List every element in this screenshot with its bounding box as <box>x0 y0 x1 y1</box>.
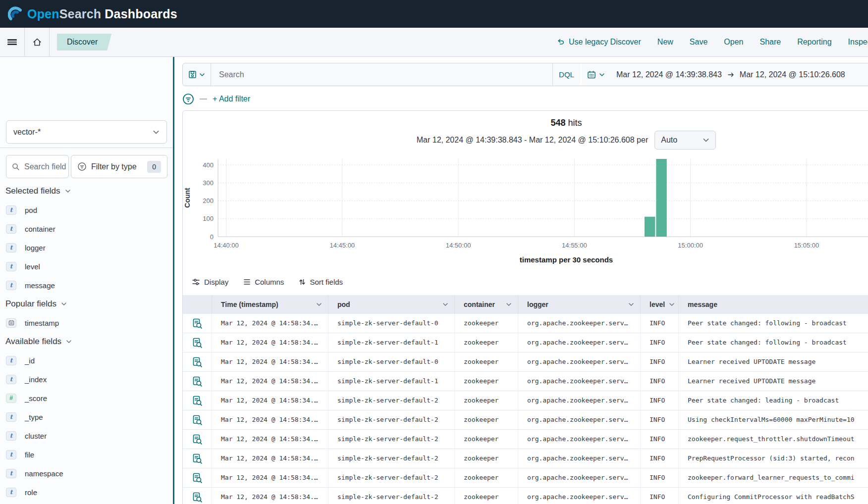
section-available-fields[interactable]: Available fields <box>0 332 173 351</box>
y-tick-label: 0 <box>210 233 214 241</box>
date-picker-button[interactable] <box>582 63 610 86</box>
divider <box>49 28 50 56</box>
filter-icon <box>77 162 87 171</box>
breadcrumb[interactable]: Discover <box>57 34 111 50</box>
search-input[interactable]: Search <box>211 63 552 86</box>
table-row: Mar 12, 2024 @ 14:58:34.…simple-zk-serve… <box>183 488 868 504</box>
menu-icon[interactable] <box>0 28 24 56</box>
cell-message: Learner received UPTODATE message <box>679 372 868 391</box>
add-filter-button[interactable]: + Add filter <box>213 95 250 103</box>
column-header-logger[interactable]: logger <box>518 295 641 314</box>
column-header-pod[interactable]: pod <box>328 295 455 314</box>
field-level[interactable]: tlevel <box>0 257 173 276</box>
text-field-icon: t <box>6 205 16 215</box>
query-bar: Search DQL Mar 12, 2024 @ 14:39:38.843 M… <box>182 63 868 86</box>
text-field-icon: t <box>6 243 16 252</box>
field-id[interactable]: t_id <box>0 351 173 370</box>
column-header-message[interactable]: message <box>679 295 868 314</box>
field-message[interactable]: tmessage <box>0 276 173 295</box>
field-timestamp[interactable]: timestamp <box>0 313 173 332</box>
expand-document-icon[interactable] <box>193 415 202 425</box>
section-popular-fields[interactable]: Popular fields <box>0 295 173 313</box>
results-table: Time (timestamp)podcontainerloggerlevelm… <box>183 295 868 504</box>
chart-x-axis-title: timestamp per 30 seconds <box>183 255 868 264</box>
expand-document-icon[interactable] <box>193 376 202 387</box>
cell-container: zookeeper <box>455 410 518 429</box>
field-name: logger <box>25 244 46 252</box>
field-container[interactable]: tcontainer <box>0 219 173 238</box>
date-range[interactable]: Mar 12, 2024 @ 14:39:38.843 Mar 12, 2024… <box>610 63 868 86</box>
expand-document-icon[interactable] <box>193 396 202 406</box>
field-name: timestamp <box>25 319 59 327</box>
results-panel: 548 hits Mar 12, 2024 @ 14:39:38.843 - M… <box>182 110 868 504</box>
cell-level: INFO <box>641 410 679 429</box>
column-header-container[interactable]: container <box>455 295 518 314</box>
field-pod[interactable]: tpod <box>0 201 173 219</box>
cell-time: Mar 12, 2024 @ 14:58:34.… <box>212 468 328 487</box>
index-pattern-select[interactable]: vector-* <box>6 120 167 144</box>
navbar-action-reporting[interactable]: Reporting <box>797 38 831 47</box>
cell-logger: org.apache.zookeeper.serv… <box>518 333 641 352</box>
cell-level: INFO <box>641 488 679 504</box>
filter-by-type-button[interactable]: Filter by type 0 <box>71 155 167 178</box>
navbar-action-save[interactable]: Save <box>690 38 707 47</box>
home-icon[interactable] <box>25 28 49 56</box>
column-header-level[interactable]: level <box>641 295 679 314</box>
expand-document-icon[interactable] <box>193 338 202 348</box>
field-search-input[interactable]: Search field names <box>6 155 69 178</box>
cell-time: Mar 12, 2024 @ 14:58:34.… <box>212 314 328 333</box>
text-field-icon: t <box>6 262 16 271</box>
divider <box>200 99 207 100</box>
x-tick-label: 15:05:00 <box>794 242 819 249</box>
navbar-action-open[interactable]: Open <box>724 38 743 47</box>
chevron-down-icon <box>199 72 205 78</box>
sort-icon <box>299 278 306 286</box>
arrow-right-icon <box>727 71 734 78</box>
cell-pod: simple-zk-server-default-2 <box>328 410 455 429</box>
field-score[interactable]: #_score <box>0 389 173 407</box>
interval-select[interactable]: Auto <box>654 131 716 150</box>
histogram-chart[interactable]: 14:40:0014:45:0014:50:0014:55:0015:00:00… <box>183 152 868 252</box>
section-title: Popular fields <box>5 299 56 309</box>
histogram-bar[interactable] <box>656 159 666 237</box>
display-button[interactable]: Display <box>192 278 228 286</box>
chevron-down-icon <box>703 137 709 144</box>
saved-query-button[interactable] <box>183 63 211 86</box>
expand-document-icon[interactable] <box>193 454 202 464</box>
field-type[interactable]: t_type <box>0 407 173 426</box>
field-namespace[interactable]: tnamespace <box>0 464 173 483</box>
filter-icon[interactable] <box>182 93 194 105</box>
expand-document-icon[interactable] <box>193 434 202 445</box>
expand-document-icon[interactable] <box>193 473 202 483</box>
navbar-action-share[interactable]: Share <box>760 38 781 47</box>
search-icon <box>12 163 20 171</box>
expand-document-icon[interactable] <box>193 492 202 503</box>
field-logger[interactable]: tlogger <box>0 238 173 257</box>
column-header-time-timestamp[interactable]: Time (timestamp) <box>212 295 328 314</box>
columns-button[interactable]: Columns <box>243 278 284 286</box>
field-index[interactable]: t_index <box>0 370 173 389</box>
expand-document-icon[interactable] <box>193 357 202 367</box>
column-label: message <box>688 301 717 308</box>
field-cluster[interactable]: tcluster <box>0 426 173 445</box>
cell-level: INFO <box>641 468 679 487</box>
sort-fields-button[interactable]: Sort fields <box>299 278 343 286</box>
navbar-action-new[interactable]: New <box>657 38 673 47</box>
field-role[interactable]: trole <box>0 483 173 502</box>
field-name: level <box>25 262 40 271</box>
cell-container: zookeeper <box>455 372 518 391</box>
navbar-action-inspect[interactable]: Inspect <box>848 38 868 47</box>
field-file[interactable]: tfile <box>0 445 173 464</box>
expand-document-icon[interactable] <box>193 318 202 329</box>
section-selected-fields[interactable]: Selected fields <box>0 182 173 201</box>
cell-logger: org.apache.zookeeper.serv… <box>518 314 641 333</box>
query-language-button[interactable]: DQL <box>552 63 580 86</box>
cell-time: Mar 12, 2024 @ 14:58:34.… <box>212 333 328 352</box>
histogram-bar[interactable] <box>645 217 655 237</box>
cell-container: zookeeper <box>455 488 518 504</box>
navbar-action-use-legacy-discover[interactable]: Use legacy Discover <box>557 38 641 47</box>
x-tick-label: 14:45:00 <box>330 242 355 249</box>
cell-message: Configuring CommitProcessor with readBat… <box>679 488 868 504</box>
navbar-action-label: Reporting <box>797 38 831 47</box>
cell-time: Mar 12, 2024 @ 14:58:34.… <box>212 353 328 371</box>
